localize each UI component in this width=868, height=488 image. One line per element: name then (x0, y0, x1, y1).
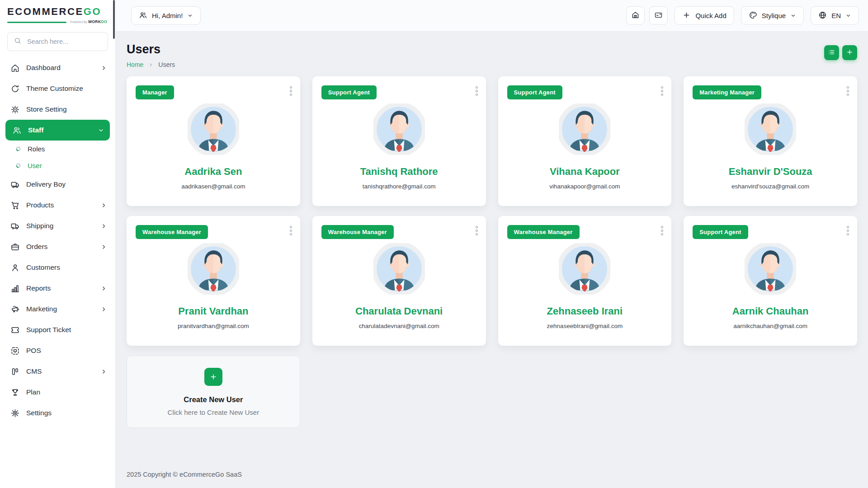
user-email: pranitvardhan@gmail.com (136, 323, 291, 329)
reports-icon (10, 284, 20, 293)
mail-notification-icon (654, 11, 663, 21)
role-badge: Support Agent (321, 85, 377, 99)
card-menu-button[interactable] (844, 223, 852, 238)
language-button[interactable]: EN (811, 6, 859, 25)
sidebar-item-products[interactable]: Products (0, 195, 115, 216)
user-cards-grid: Manager Aadrika Sen aadrikasen@gmail.com… (116, 76, 868, 428)
sidebar-item-support-ticket[interactable]: Support Ticket (0, 319, 115, 340)
chevron-right-icon (100, 202, 107, 209)
plus-icon (846, 48, 854, 57)
storefront-button[interactable] (626, 6, 645, 25)
orders-icon (10, 242, 20, 252)
user-email: charulatadevnani@gmail.com (321, 323, 477, 329)
sidebar-item-pos[interactable]: POS (0, 340, 115, 361)
staff-icon (12, 126, 22, 135)
role-badge: Support Agent (693, 225, 748, 239)
page-content: Users Home Users Manager Aadrika Sen aad… (116, 32, 868, 488)
user-name[interactable]: Pranit Vardhan (136, 305, 291, 317)
user-avatar (745, 103, 796, 155)
user-card: Marketing Manager Eshanvir D'Souza eshan… (684, 76, 857, 206)
user-icon (139, 11, 147, 21)
page-header: Users Home Users (116, 41, 868, 76)
admin-menu-button[interactable]: Hi, Admin! (131, 6, 201, 25)
role-badge: Support Agent (507, 85, 562, 99)
role-badge: Marketing Manager (693, 85, 761, 99)
plan-icon (10, 388, 20, 397)
sidebar-item-cms[interactable]: CMS (0, 361, 115, 382)
user-email: vihanakapoor@gmail.com (507, 183, 663, 190)
sidebar-item-shipping[interactable]: Shipping (0, 216, 115, 236)
create-user-card[interactable]: Create New User Click here to Create New… (127, 356, 300, 428)
user-name[interactable]: Zehnaseeb Irani (507, 305, 663, 317)
user-avatar (559, 243, 610, 295)
user-name[interactable]: Tanishq Rathore (321, 166, 477, 178)
messages-button[interactable] (649, 6, 668, 25)
sidebar-scrollbar[interactable] (113, 0, 115, 39)
user-card: Warehouse Manager Zehnaseeb Irani zehnas… (498, 216, 672, 346)
card-menu-button[interactable] (287, 84, 295, 99)
sidebar-item-customers[interactable]: Customers (0, 257, 115, 278)
brand-logo[interactable]: ECOMMERCEGO Powered By WORKDO (0, 0, 115, 26)
card-menu-button[interactable] (287, 223, 295, 238)
user-email: zehnaseebIrani@gmail.com (507, 323, 663, 329)
card-menu-button[interactable] (473, 84, 481, 99)
sidebar-item-dashboard[interactable]: Dashboard (0, 57, 115, 78)
breadcrumb-home-link[interactable]: Home (127, 61, 143, 68)
chevron-right-icon (100, 368, 107, 375)
card-menu-button[interactable] (473, 223, 481, 238)
sidebar-item-settings[interactable]: Settings (0, 403, 115, 423)
breadcrumb: Home Users (127, 61, 175, 68)
card-menu-button[interactable] (658, 223, 666, 238)
topbar-actions: Quick Add Stylique EN (626, 6, 859, 25)
sidebar-subitem-roles[interactable]: Roles (0, 141, 115, 157)
search-input[interactable] (26, 38, 113, 46)
quick-add-label: Quick Add (695, 12, 726, 19)
sidebar: ECOMMERCEGO Powered By WORKDO Dashboard … (0, 0, 116, 488)
chevron-down-icon (187, 13, 193, 19)
quick-add-button[interactable]: Quick Add (675, 6, 734, 25)
brand-logo-accent: GO (84, 6, 101, 17)
create-user-plus-button[interactable] (204, 368, 222, 386)
sidebar-item-orders[interactable]: Orders (0, 236, 115, 257)
sidebar-item-theme-customize[interactable]: Theme Customize (0, 78, 115, 99)
user-name[interactable]: Vihana Kapoor (507, 166, 663, 178)
main-area: Hi, Admin! Quick Add Stylique (116, 0, 868, 488)
store-setting-icon (10, 105, 20, 114)
customers-icon (10, 263, 20, 272)
theme-style-button[interactable]: Stylique (741, 6, 804, 25)
user-card: Support Agent Aarnik Chauhan aarnikchauh… (684, 216, 857, 346)
sidebar-item-plan[interactable]: Plan (0, 382, 115, 403)
card-menu-button[interactable] (658, 84, 666, 99)
add-user-button[interactable] (842, 45, 857, 60)
role-badge: Manager (136, 85, 174, 99)
user-card: Warehouse Manager Pranit Vardhan pranitv… (127, 216, 300, 346)
shipping-icon (10, 221, 20, 231)
user-avatar (373, 103, 425, 155)
user-email: aarnikchauhan@gmail.com (693, 323, 848, 329)
sidebar-item-staff[interactable]: Staff (5, 120, 110, 141)
user-name[interactable]: Aarnik Chauhan (693, 305, 848, 317)
user-avatar (373, 243, 425, 295)
sidebar-subitem-user[interactable]: User (0, 157, 115, 174)
brand-logo-tagline: Powered By WORKDO (7, 19, 107, 24)
ring-bullet-icon (16, 146, 21, 151)
sidebar-item-delivery-boy[interactable]: Delivery Boy (0, 174, 115, 195)
role-badge: Warehouse Manager (136, 225, 208, 239)
card-menu-button[interactable] (844, 84, 852, 99)
sidebar-item-marketing[interactable]: Marketing (0, 299, 115, 319)
user-name[interactable]: Aadrika Sen (136, 166, 291, 178)
list-view-button[interactable] (824, 45, 839, 60)
chevron-right-icon (100, 306, 107, 313)
user-card: Support Agent Tanishq Rathore tanishqrat… (312, 76, 486, 206)
user-avatar (745, 243, 796, 295)
sidebar-item-reports[interactable]: Reports (0, 278, 115, 299)
plus-icon (682, 11, 691, 21)
ring-bullet-icon (16, 163, 21, 168)
user-name[interactable]: Charulata Devnani (321, 305, 477, 317)
globe-icon (818, 11, 827, 21)
user-name[interactable]: Eshanvir D'Souza (693, 166, 848, 178)
brand-logo-text: ECOMMERCEGO (7, 6, 107, 18)
home-icon (10, 63, 20, 73)
sidebar-item-store-setting[interactable]: Store Setting (0, 99, 115, 120)
settings-icon (10, 408, 20, 418)
